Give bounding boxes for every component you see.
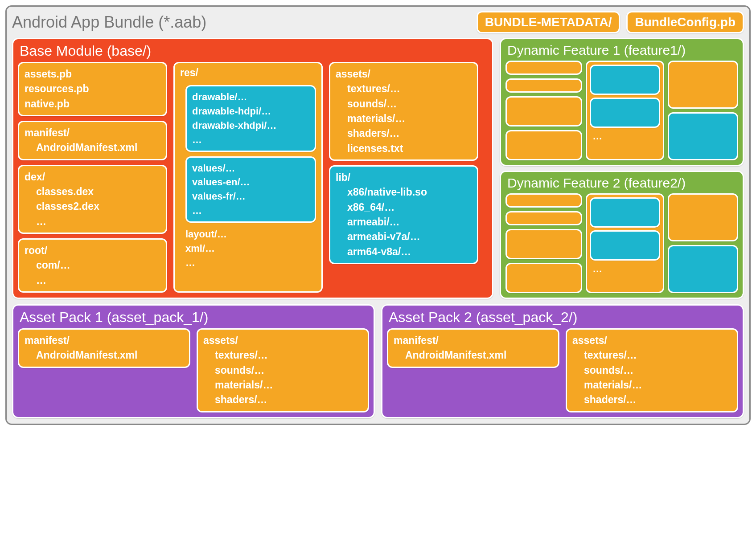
dyn2-res-inner	[590, 230, 660, 261]
dex-box: dex/ classes.dex classes2.dex …	[18, 165, 167, 234]
dyn1-stub	[668, 112, 738, 160]
base-module-panel: Base Module (base/) assets.pb resources.…	[12, 38, 493, 299]
res-box: res/ drawable/… drawable-hdpi/… drawable…	[173, 62, 323, 293]
dyn2-res-inner	[590, 197, 660, 228]
asset-pack-2: Asset Pack 2 (asset_pack_2/) manifest/ A…	[381, 304, 744, 418]
bundle-config-pill: BundleConfig.pb	[626, 11, 744, 33]
aab-container: Android App Bundle (*.aab) BUNDLE-METADA…	[5, 5, 751, 425]
dyn2-stub	[505, 211, 582, 225]
base-col3: assets/ textures/… sounds/… materials/… …	[329, 62, 478, 293]
bundle-metadata-pill: BUNDLE-METADATA/	[477, 11, 620, 33]
dyn2-title: Dynamic Feature 2 (feature2/)	[505, 176, 738, 191]
res-drawable-box: drawable/… drawable-hdpi/… drawable-xhdp…	[185, 85, 316, 152]
ap2-manifest: manifest/ AndroidManifest.xml	[387, 328, 559, 368]
base-title: Base Module (base/)	[18, 43, 488, 59]
lib-box: lib/ x86/native-lib.so x86_64/… armeabi/…	[329, 165, 478, 264]
dyn1-title: Dynamic Feature 1 (feature1/)	[505, 43, 738, 58]
dyn2-stub	[668, 245, 738, 293]
ap2-assets: assets/ textures/… sounds/… materials/… …	[566, 328, 738, 412]
dyn2-res-stub: …	[586, 193, 664, 293]
top-row: Base Module (base/) assets.pb resources.…	[12, 38, 744, 299]
dyn1-stub	[505, 130, 582, 160]
dyn2-stub	[505, 263, 582, 293]
header-row: Android App Bundle (*.aab) BUNDLE-METADA…	[12, 11, 744, 33]
dynamic-feature-2: Dynamic Feature 2 (feature2/) …	[500, 171, 744, 299]
dyn1-res-stub: …	[586, 61, 664, 160]
asset-pack-1: Asset Pack 1 (asset_pack_1/) manifest/ A…	[12, 304, 375, 418]
dyn1-stub	[668, 61, 738, 109]
dyn2-stub	[505, 229, 582, 259]
root-box: root/ com/… …	[18, 238, 167, 293]
dyn1-stub	[505, 78, 582, 93]
dyn2-stub	[668, 193, 738, 241]
assets-box: assets/ textures/… sounds/… materials/… …	[329, 62, 478, 161]
ap1-manifest: manifest/ AndroidManifest.xml	[18, 328, 190, 368]
asset-row: Asset Pack 1 (asset_pack_1/) manifest/ A…	[12, 304, 744, 418]
manifest-box: manifest/ AndroidManifest.xml	[18, 121, 167, 160]
pb-box: assets.pb resources.pb native.pb	[18, 62, 167, 116]
dyn1-stub	[505, 61, 582, 75]
dyn2-stub	[505, 193, 582, 208]
dynamic-feature-1: Dynamic Feature 1 (feature1/) …	[500, 38, 744, 166]
base-col1: assets.pb resources.pb native.pb manifes…	[18, 62, 167, 293]
res-values-box: values/… values-en/… values-fr/… …	[185, 156, 316, 223]
outer-title: Android App Bundle (*.aab)	[12, 13, 470, 32]
dyn1-res-inner	[590, 98, 660, 128]
ap1-assets: assets/ textures/… sounds/… materials/… …	[197, 328, 369, 412]
dynamic-column: Dynamic Feature 1 (feature1/) …	[500, 38, 744, 299]
dyn1-res-inner	[590, 65, 660, 95]
res-tail: layout/… xml/… …	[185, 227, 316, 270]
dyn1-stub	[505, 96, 582, 127]
